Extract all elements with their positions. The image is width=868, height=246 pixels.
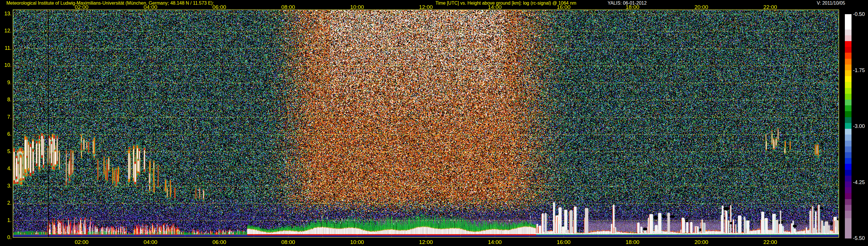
y-tick-label: 10. [0, 62, 11, 68]
x-tick-label-top: 22:00 [757, 4, 783, 10]
colorbar-block [845, 105, 851, 112]
x-tick-label-bottom: 22:00 [757, 239, 783, 245]
institute-title: Meteorological Institute of Ludwig-Maxim… [6, 1, 214, 6]
colorbar-block [845, 117, 851, 123]
x-tick-label-top: 04:00 [137, 4, 163, 10]
colorbar-block [845, 218, 851, 238]
x-tick-label-top: 20:00 [688, 4, 714, 10]
colorbar-block [845, 111, 851, 117]
colorbar-block [845, 211, 851, 218]
colorbar-tick-label: -3.00 [853, 123, 865, 129]
colorbar-tick-label: -0.50 [853, 11, 865, 18]
colorbar-block [845, 158, 851, 164]
x-tick-label-top: 16:00 [551, 4, 577, 10]
colorbar-tick-label: -4.25 [853, 179, 865, 186]
colorbar-block [845, 164, 851, 170]
colorbar-block [845, 181, 851, 188]
x-tick-label-top: 06:00 [206, 4, 232, 10]
x-tick-label-top: 10:00 [344, 4, 370, 10]
colorbar-block [845, 99, 851, 105]
y-tick-label: 2. [0, 200, 11, 206]
y-tick-label: 4. [0, 165, 11, 172]
x-tick-label-bottom: 02:00 [69, 239, 95, 245]
colorbar-block [845, 193, 851, 199]
colorbar-block [845, 14, 851, 30]
y-tick-label: 13. [0, 11, 11, 17]
x-tick-label-bottom: 16:00 [551, 239, 577, 245]
colorbar-block [845, 199, 851, 205]
colorbar-block [845, 53, 851, 59]
colorbar-block [845, 205, 851, 211]
x-tick-label-bottom: 08:00 [275, 239, 301, 245]
colorbar-block [845, 59, 851, 65]
colorbar-block [845, 176, 851, 182]
colorbar-block [845, 70, 851, 76]
version-label: V: 2011/10/05 [817, 1, 845, 6]
colorbar-block [845, 129, 851, 135]
x-tick-label-bottom: 10:00 [344, 239, 370, 245]
x-tick-label-bottom: 06:00 [206, 239, 232, 245]
colorbar-block [845, 30, 851, 36]
y-tick-label: 12. [0, 28, 11, 34]
colorbar-block [845, 35, 851, 41]
y-tick-label: 8. [0, 97, 11, 103]
x-tick-label-top: 02:00 [69, 4, 95, 10]
x-tick-label-bottom: 14:00 [482, 239, 508, 245]
y-tick-label: 9. [0, 80, 11, 86]
x-tick-label-top: 12:00 [413, 4, 439, 10]
colorbar-block [845, 47, 851, 53]
y-tick-label: 1. [0, 217, 11, 223]
colorbar [845, 14, 851, 238]
x-tick-label-top: 08:00 [275, 4, 301, 10]
colorbar-block [845, 147, 851, 153]
colorbar-block [845, 88, 851, 94]
x-tick-label-bottom: 18:00 [619, 239, 646, 245]
colorbar-block [845, 94, 851, 100]
x-tick-label-top: 18:00 [619, 4, 646, 10]
colorbar-block [845, 123, 851, 129]
y-tick-label: 5. [0, 149, 11, 155]
colorbar-block [845, 170, 851, 176]
x-tick-label-bottom: 04:00 [137, 239, 163, 245]
time-height-heatmap [13, 9, 839, 238]
x-tick-label-bottom: 12:00 [413, 239, 439, 245]
x-tick-label-top: 14:00 [482, 4, 508, 10]
y-tick-label: 6. [0, 131, 11, 137]
colorbar-tick-label: -5.50 [853, 235, 865, 241]
colorbar-block [845, 152, 851, 158]
y-tick-label: 3. [0, 183, 11, 189]
colorbar-tick-label: -1.75 [853, 67, 865, 73]
y-tick-label: 11. [0, 45, 11, 51]
colorbar-block [845, 187, 851, 193]
colorbar-block [845, 41, 851, 47]
colorbar-block [845, 76, 851, 82]
colorbar-block [845, 65, 851, 71]
lidar-quicklook-page: { "header": { "title_left": "Meteorologi… [0, 0, 868, 246]
x-tick-label-bottom: 20:00 [688, 239, 714, 245]
colorbar-block [845, 134, 851, 141]
y-tick-label: 7. [0, 114, 11, 120]
colorbar-block [845, 141, 851, 147]
colorbar-block [845, 82, 851, 88]
y-tick-label: 0. [0, 235, 11, 241]
